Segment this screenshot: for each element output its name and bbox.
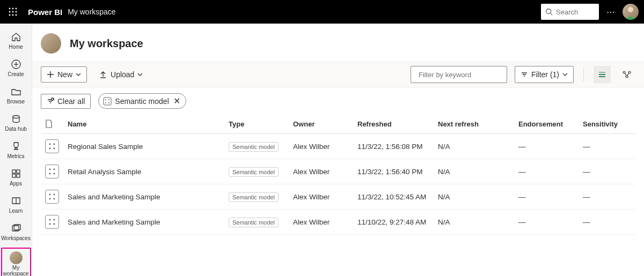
user-avatar[interactable] xyxy=(623,4,639,20)
cell-name[interactable]: Sales and Marketing Sample xyxy=(63,184,224,210)
svg-point-9 xyxy=(546,9,551,14)
svg-point-1 xyxy=(12,8,14,10)
left-nav: Home Create Browse Data hub Metrics Apps… xyxy=(0,24,32,276)
chevron-down-icon xyxy=(137,72,143,77)
nav-workspaces[interactable]: Workspaces xyxy=(0,219,32,245)
lineage-view-toggle[interactable] xyxy=(618,66,635,83)
svg-point-60 xyxy=(49,223,51,225)
cell-name[interactable]: Sales and Marketing Sample xyxy=(63,210,224,235)
cell-endorsement: — xyxy=(514,184,579,210)
nav-label: My workspace xyxy=(2,265,30,276)
filter-keyword-input[interactable] xyxy=(411,66,507,83)
folder-icon xyxy=(11,86,21,98)
filter-button[interactable]: Filter (1) xyxy=(515,66,574,83)
svg-rect-18 xyxy=(12,174,16,177)
svg-point-59 xyxy=(54,219,55,221)
svg-point-47 xyxy=(54,144,55,145)
plus-icon xyxy=(47,71,54,78)
col-name[interactable]: Name xyxy=(63,114,224,134)
nav-my-workspace[interactable]: My workspace xyxy=(1,248,31,276)
svg-point-4 xyxy=(12,11,14,13)
col-refreshed[interactable]: Refreshed xyxy=(353,114,434,134)
table-row[interactable]: Retail Analysis SampleSemantic modelAlex… xyxy=(41,159,635,184)
col-owner[interactable]: Owner xyxy=(289,114,353,134)
avatar-icon xyxy=(10,252,23,264)
cell-owner: Alex Wilber xyxy=(289,134,353,159)
svg-point-44 xyxy=(105,102,106,103)
semantic-model-icon xyxy=(45,165,59,178)
svg-point-56 xyxy=(49,198,51,200)
nav-label: Browse xyxy=(7,99,25,105)
search-field[interactable] xyxy=(556,8,587,16)
filter-chip-semantic-model[interactable]: Semantic model ✕ xyxy=(98,93,186,109)
svg-point-51 xyxy=(54,169,55,170)
filter-keyword-field[interactable] xyxy=(419,71,509,79)
breadcrumb[interactable]: My workspace xyxy=(68,8,115,16)
col-sensitivity[interactable]: Sensitivity xyxy=(579,114,635,134)
more-menu-icon[interactable]: ⋯ xyxy=(599,7,623,17)
semantic-model-icon xyxy=(103,97,112,106)
upload-button[interactable]: Upload xyxy=(94,67,147,82)
nav-browse[interactable]: Browse xyxy=(0,83,32,109)
svg-point-0 xyxy=(9,8,11,10)
cell-next-refresh: N/A xyxy=(434,184,514,210)
cell-endorsement: — xyxy=(514,159,579,184)
nav-datahub[interactable]: Data hub xyxy=(0,110,32,136)
nav-apps[interactable]: Apps xyxy=(0,165,32,191)
table-row[interactable]: Sales and Marketing SampleSemantic model… xyxy=(41,210,635,235)
nav-learn[interactable]: Learn xyxy=(0,192,32,218)
col-next-refresh[interactable]: Next refresh xyxy=(434,114,514,134)
svg-point-7 xyxy=(12,14,14,16)
nav-metrics[interactable]: Metrics xyxy=(0,137,32,163)
cell-refreshed: 11/3/22, 1:56:40 PM xyxy=(353,159,434,184)
apps-icon xyxy=(11,168,21,180)
semantic-model-icon xyxy=(45,139,59,153)
svg-point-45 xyxy=(108,102,109,103)
semantic-model-icon xyxy=(45,215,59,229)
table-row[interactable]: Regional Sales SampleSemantic modelAlex … xyxy=(41,134,635,159)
svg-line-10 xyxy=(551,13,553,16)
svg-point-54 xyxy=(49,194,51,196)
filter-label: Filter (1) xyxy=(531,70,559,79)
clear-all-button[interactable]: Clear all xyxy=(41,94,91,109)
svg-point-55 xyxy=(54,194,55,196)
new-button[interactable]: New xyxy=(41,66,87,83)
workspace-avatar xyxy=(41,33,61,54)
chip-label: Semantic model xyxy=(115,97,169,106)
cell-owner: Alex Wilber xyxy=(289,184,353,210)
nav-home[interactable]: Home xyxy=(0,28,32,54)
cell-type: Semantic model xyxy=(229,192,279,202)
cell-name[interactable]: Retail Analysis Sample xyxy=(63,159,224,184)
svg-point-2 xyxy=(16,8,17,10)
svg-rect-19 xyxy=(17,174,20,177)
app-launcher-icon[interactable] xyxy=(5,4,20,19)
nav-label: Data hub xyxy=(5,126,27,132)
cell-type: Semantic model xyxy=(229,167,279,177)
cell-refreshed: 11/3/22, 10:52:45 AM xyxy=(353,184,434,210)
cell-sensitivity: — xyxy=(579,210,635,235)
remove-chip-icon[interactable]: ✕ xyxy=(172,96,180,106)
svg-point-33 xyxy=(628,71,631,73)
svg-point-42 xyxy=(105,99,106,100)
svg-point-43 xyxy=(108,99,109,100)
cell-owner: Alex Wilber xyxy=(289,159,353,184)
cell-refreshed: 11/3/22, 1:56:08 PM xyxy=(353,134,434,159)
upload-label: Upload xyxy=(111,70,134,79)
nav-create[interactable]: Create xyxy=(0,55,32,81)
upload-icon xyxy=(99,70,107,79)
svg-point-11 xyxy=(628,7,633,12)
cell-endorsement: — xyxy=(514,134,579,159)
workspace-header: My workspace xyxy=(32,24,644,61)
divider xyxy=(583,67,584,82)
list-view-toggle[interactable] xyxy=(594,66,611,83)
table-row[interactable]: Sales and Marketing SampleSemantic model… xyxy=(41,184,635,210)
col-type[interactable]: Type xyxy=(224,114,289,134)
col-endorsement[interactable]: Endorsement xyxy=(514,114,579,134)
svg-point-53 xyxy=(54,173,55,175)
cell-name[interactable]: Regional Sales Sample xyxy=(63,134,224,159)
datahub-icon xyxy=(11,113,21,125)
search-input[interactable] xyxy=(541,4,599,20)
page-title: My workspace xyxy=(70,38,143,50)
svg-point-15 xyxy=(13,116,19,118)
svg-point-57 xyxy=(54,198,55,200)
